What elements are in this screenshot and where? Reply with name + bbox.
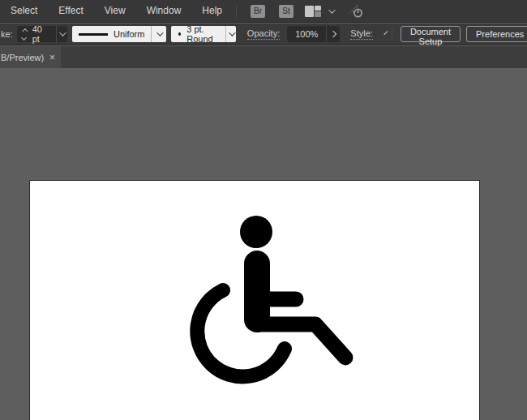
stroke-weight-chevron-icon[interactable] <box>60 29 66 36</box>
workspace-chevron-down-icon[interactable] <box>328 6 335 13</box>
stroke-weight-value[interactable]: 40 pt <box>29 24 57 44</box>
control-bar: ke: 40 pt Uniform 3 pt. Round Opacity: 1… <box>0 24 527 45</box>
tab-close-icon[interactable]: × <box>49 53 55 62</box>
menu-item-view[interactable]: View <box>94 0 136 22</box>
gpu-performance-icon[interactable] <box>346 3 364 19</box>
opacity-panel-expander[interactable] <box>327 32 340 36</box>
brushes-button[interactable]: Br <box>251 5 265 18</box>
brush-chevron-icon[interactable] <box>229 29 235 36</box>
brush-preview-dot-icon <box>178 32 181 36</box>
stepper-up-icon[interactable] <box>22 28 28 33</box>
stroke-weight-combo[interactable]: 40 pt <box>17 26 67 42</box>
menu-bar: Select Effect View Window Help Br St <box>0 0 527 23</box>
workspace-switcher-icon[interactable] <box>305 6 321 17</box>
artboard <box>29 180 480 420</box>
menu-item-select[interactable]: Select <box>0 0 48 22</box>
opacity-field-group[interactable]: 100% <box>287 26 340 42</box>
preferences-button[interactable]: Preferences <box>466 26 527 42</box>
brush-definition-combo[interactable]: 3 pt. Round <box>171 26 235 42</box>
control-separator <box>392 28 392 41</box>
document-tab[interactable]: B/Preview) × <box>0 46 61 68</box>
stepper-down-icon[interactable] <box>21 34 27 40</box>
width-profile-combo[interactable]: Uniform <box>72 26 167 42</box>
opacity-label[interactable]: Opacity: <box>247 28 280 40</box>
menu-item-window[interactable]: Window <box>136 0 192 22</box>
document-tab-bar: B/Preview) × <box>0 46 527 68</box>
wheelchair-accessibility-icon[interactable] <box>30 181 481 420</box>
brush-definition-value: 3 pt. Round <box>186 24 218 44</box>
style-label[interactable]: Style: <box>350 28 373 40</box>
menu-separator <box>236 5 237 18</box>
style-chevron-icon[interactable] <box>383 31 388 35</box>
stroke-weight-label: ke: <box>1 29 13 39</box>
stroke-profile-preview-icon <box>79 33 108 36</box>
strokes-button[interactable]: St <box>279 5 293 18</box>
document-tab-label: B/Preview) <box>1 53 44 62</box>
width-profile-chevron-icon[interactable] <box>157 29 164 36</box>
opacity-value[interactable]: 100% <box>287 29 326 39</box>
width-profile-value: Uniform <box>114 29 145 39</box>
document-setup-button[interactable]: Document Setup <box>401 26 461 42</box>
menu-item-effect[interactable]: Effect <box>48 0 93 22</box>
chevron-right-icon[interactable] <box>330 31 336 37</box>
stroke-weight-stepper[interactable] <box>17 29 29 40</box>
canvas-pasteboard <box>0 68 527 420</box>
menu-item-help[interactable]: Help <box>191 0 233 22</box>
